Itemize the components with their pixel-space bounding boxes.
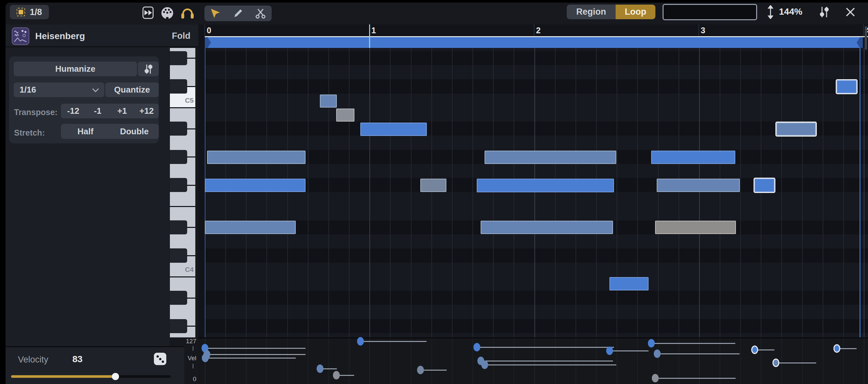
black-key[interactable] bbox=[170, 248, 187, 262]
zoom-overview-box[interactable] bbox=[662, 4, 757, 20]
grid-row bbox=[205, 48, 868, 51]
humanize-settings-icon[interactable] bbox=[138, 62, 159, 76]
midi-note[interactable] bbox=[336, 108, 354, 122]
key-separator bbox=[187, 185, 195, 186]
black-key[interactable] bbox=[170, 79, 187, 93]
stretch-half-button[interactable]: Half bbox=[61, 126, 110, 136]
velocity-lollipop[interactable] bbox=[606, 347, 613, 355]
midi-note[interactable] bbox=[320, 95, 337, 107]
midi-note[interactable] bbox=[655, 221, 736, 234]
midi-note[interactable] bbox=[205, 221, 296, 234]
headphones-icon[interactable] bbox=[181, 8, 194, 20]
black-key[interactable] bbox=[170, 220, 187, 234]
transpose-down-octave-button[interactable]: -12 bbox=[61, 106, 86, 116]
timeline-ruler[interactable]: 01234 bbox=[198, 25, 868, 36]
velocity-lollipop[interactable] bbox=[317, 364, 323, 373]
pencil-tool-icon[interactable] bbox=[229, 6, 247, 21]
note-grid[interactable] bbox=[205, 48, 868, 338]
midi-note[interactable] bbox=[360, 123, 427, 136]
pointer-tool-icon[interactable] bbox=[207, 6, 225, 21]
lane-grid-line bbox=[802, 339, 803, 384]
ruler-bar-tick bbox=[863, 25, 864, 36]
grid-line bbox=[761, 48, 762, 338]
velocity-lollipop[interactable] bbox=[648, 339, 655, 348]
midi-note[interactable] bbox=[651, 151, 735, 164]
grid-row bbox=[205, 234, 868, 248]
key-label: C4 bbox=[181, 266, 194, 274]
stretch-group: Half Double bbox=[61, 124, 159, 139]
black-key[interactable] bbox=[170, 122, 187, 136]
loop-range-bar[interactable] bbox=[205, 37, 863, 48]
black-key[interactable] bbox=[170, 51, 187, 65]
midi-note[interactable] bbox=[610, 277, 649, 290]
quantize-button[interactable]: Quantize bbox=[105, 83, 159, 97]
midi-note[interactable] bbox=[657, 179, 740, 192]
velocity-lollipop[interactable] bbox=[473, 343, 480, 351]
velocity-stem bbox=[205, 348, 306, 349]
midi-note[interactable] bbox=[776, 123, 816, 136]
grid-line bbox=[617, 48, 617, 338]
region-end-line[interactable] bbox=[860, 48, 861, 384]
midi-note[interactable] bbox=[485, 151, 616, 164]
instrument-avatar[interactable] bbox=[12, 27, 29, 45]
black-key[interactable] bbox=[170, 178, 187, 192]
velocity-stem bbox=[776, 362, 816, 363]
black-key[interactable] bbox=[170, 150, 187, 164]
zoom-level-label[interactable]: 144% bbox=[779, 6, 812, 17]
lane-grid-line bbox=[267, 339, 267, 384]
velocity-lollipop[interactable] bbox=[652, 374, 659, 382]
black-key[interactable] bbox=[170, 291, 187, 305]
grid-line bbox=[472, 48, 473, 338]
velocity-lollipop[interactable] bbox=[481, 360, 488, 369]
fold-button[interactable]: Fold bbox=[163, 31, 190, 41]
midi-note[interactable] bbox=[420, 179, 446, 192]
region-mode-button[interactable]: Region bbox=[567, 5, 616, 19]
midi-note[interactable] bbox=[477, 179, 614, 192]
scissors-tool-icon[interactable] bbox=[251, 6, 270, 21]
midi-note[interactable] bbox=[205, 179, 306, 192]
close-icon[interactable] bbox=[844, 6, 857, 18]
quantize-value-dropdown[interactable]: 1/16 bbox=[14, 83, 104, 97]
transpose-up-button[interactable]: +1 bbox=[110, 106, 134, 116]
lane-grid-line bbox=[637, 339, 638, 384]
midi-icon[interactable] bbox=[161, 7, 173, 19]
transpose-down-button[interactable]: -1 bbox=[86, 106, 110, 116]
lane-grid-line bbox=[225, 339, 226, 384]
velocity-lollipop[interactable] bbox=[333, 371, 340, 379]
vertical-scrollbar-thumb[interactable] bbox=[865, 26, 867, 50]
note-length-button[interactable]: 1/8 bbox=[10, 5, 49, 19]
black-key[interactable] bbox=[170, 319, 187, 333]
velocity-scale-min: 0 bbox=[181, 376, 196, 383]
velocity-lollipop[interactable] bbox=[654, 349, 661, 358]
velocity-lollipop[interactable] bbox=[772, 359, 779, 367]
playhead[interactable] bbox=[369, 25, 370, 48]
humanize-button[interactable]: Humanize bbox=[14, 62, 137, 76]
transpose-up-octave-button[interactable]: +12 bbox=[134, 106, 159, 116]
velocity-lollipop[interactable] bbox=[357, 337, 364, 346]
settings-sliders-icon[interactable] bbox=[818, 6, 830, 18]
velocity-lollipop[interactable] bbox=[751, 346, 758, 354]
loop-mode-button[interactable]: Loop bbox=[616, 5, 655, 19]
randomize-dice-icon[interactable] bbox=[154, 353, 166, 365]
velocity-stem bbox=[477, 347, 614, 348]
velocity-lollipop[interactable] bbox=[202, 354, 209, 362]
grid-line bbox=[637, 48, 638, 338]
velocity-lollipop[interactable] bbox=[417, 366, 424, 374]
grid-row bbox=[205, 65, 868, 79]
velocity-slider-fill bbox=[11, 375, 116, 378]
midi-note[interactable] bbox=[207, 151, 306, 164]
step-input-icon[interactable] bbox=[143, 6, 154, 19]
key-separator bbox=[187, 298, 195, 298]
stretch-double-button[interactable]: Double bbox=[110, 126, 159, 136]
midi-note[interactable] bbox=[837, 80, 857, 93]
vertical-zoom-icon[interactable] bbox=[766, 5, 775, 19]
velocity-stem bbox=[610, 350, 649, 351]
piano-keyboard[interactable]: C5C4 bbox=[170, 48, 195, 338]
ruler-bar-tick bbox=[534, 25, 534, 36]
velocity-slider-thumb[interactable] bbox=[112, 373, 119, 380]
midi-note[interactable] bbox=[480, 221, 613, 234]
velocity-lollipop[interactable] bbox=[833, 344, 840, 353]
ruler-bar-number: 1 bbox=[371, 26, 376, 35]
midi-note[interactable] bbox=[754, 179, 774, 192]
velocity-scale-tick bbox=[193, 346, 193, 351]
